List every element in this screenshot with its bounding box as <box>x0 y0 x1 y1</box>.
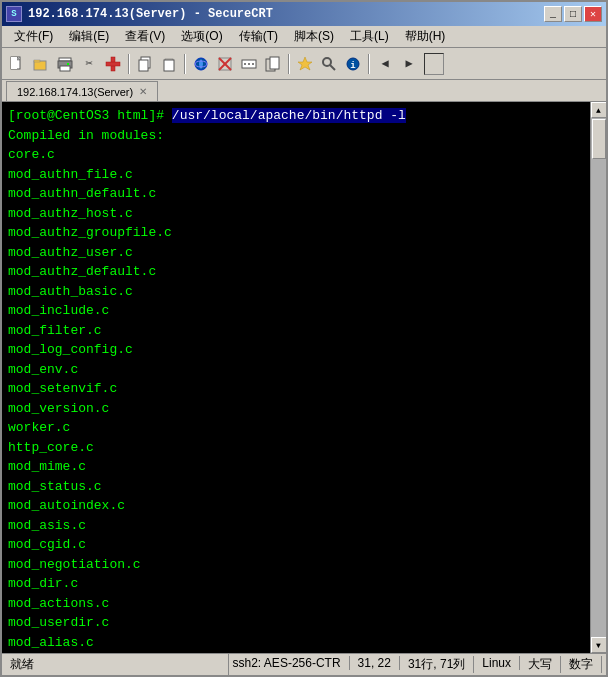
status-os: Linux <box>474 656 520 670</box>
svg-point-22 <box>248 63 250 65</box>
toolbar-open[interactable] <box>30 53 52 75</box>
tab-bar: 192.168.174.13(Server) ✕ <box>2 80 606 102</box>
svg-rect-7 <box>60 66 70 71</box>
svg-rect-2 <box>11 57 17 69</box>
status-ready: 就绪 <box>10 656 34 673</box>
module-cgid: mod_cgid.c <box>8 535 584 555</box>
module-authz-default: mod_authz_default.c <box>8 262 584 282</box>
menu-bar: 文件(F) 编辑(E) 查看(V) 选项(O) 传输(T) 脚本(S) 工具(L… <box>2 26 606 48</box>
toolbar-clone[interactable] <box>262 53 284 75</box>
scrollbar-thumb[interactable] <box>592 119 606 159</box>
toolbar: ✂ i ◀ <box>2 48 606 80</box>
title-bar-content: S 192.168.174.13(Server) - SecureCRT <box>6 6 273 22</box>
module-autoindex: mod_autoindex.c <box>8 496 584 516</box>
toolbar-serial[interactable] <box>238 53 260 75</box>
toolbar-sep1 <box>128 54 130 74</box>
main-window: S 192.168.174.13(Server) - SecureCRT _ □… <box>0 0 608 677</box>
toolbar-star[interactable] <box>294 53 316 75</box>
tab-server[interactable]: 192.168.174.13(Server) ✕ <box>6 81 158 101</box>
svg-rect-3 <box>34 61 46 70</box>
svg-marker-26 <box>298 57 312 70</box>
toolbar-new[interactable] <box>6 53 28 75</box>
window-controls: _ □ ✕ <box>544 6 602 22</box>
toolbar-find[interactable] <box>318 53 340 75</box>
scrollbar: ▲ ▼ <box>590 102 606 653</box>
terminal-prompt1: [root@CentOS3 html]# <box>8 108 172 123</box>
module-include: mod_include.c <box>8 301 584 321</box>
svg-rect-4 <box>34 60 40 62</box>
toolbar-copy[interactable] <box>134 53 156 75</box>
module-setenvif: mod_setenvif.c <box>8 379 584 399</box>
svg-rect-14 <box>164 60 174 71</box>
toolbar-info[interactable]: i <box>342 53 364 75</box>
minimize-button[interactable]: _ <box>544 6 562 22</box>
terminal-output-header: Compiled in modules: <box>8 126 584 146</box>
toolbar-reconnect[interactable] <box>214 53 236 75</box>
scrollbar-track <box>591 118 606 637</box>
status-encryption: ssh2: AES-256-CTR <box>229 656 350 670</box>
status-lines: 31行, 71列 <box>400 656 474 673</box>
window-title: 192.168.174.13(Server) - SecureCRT <box>28 7 273 21</box>
toolbar-disconnect[interactable] <box>102 53 124 75</box>
module-auth-basic: mod_auth_basic.c <box>8 282 584 302</box>
toolbar-sep3 <box>288 54 290 74</box>
module-worker: worker.c <box>8 418 584 438</box>
status-caps: 大写 <box>520 656 561 673</box>
menu-options[interactable]: 选项(O) <box>173 26 230 47</box>
svg-point-27 <box>323 58 331 66</box>
module-authz-user: mod_authz_user.c <box>8 243 584 263</box>
menu-view[interactable]: 查看(V) <box>117 26 173 47</box>
module-mime: mod_mime.c <box>8 457 584 477</box>
toolbar-sep4 <box>368 54 370 74</box>
menu-help[interactable]: 帮助(H) <box>397 26 454 47</box>
module-authz-groupfile: mod_authz_groupfile.c <box>8 223 584 243</box>
tab-close-icon[interactable]: ✕ <box>139 86 147 97</box>
module-filter: mod_filter.c <box>8 321 584 341</box>
module-env: mod_env.c <box>8 360 584 380</box>
terminal-command: /usr/local/apache/bin/httpd -l <box>172 108 406 123</box>
menu-transfer[interactable]: 传输(T) <box>231 26 286 47</box>
toolbar-connect[interactable] <box>190 53 212 75</box>
module-alias: mod_alias.c <box>8 633 584 653</box>
menu-edit[interactable]: 编辑(E) <box>61 26 117 47</box>
module-rewrite: mod_rewrite.c <box>8 652 584 653</box>
module-asis: mod_asis.c <box>8 516 584 536</box>
menu-file[interactable]: 文件(F) <box>6 26 61 47</box>
toolbar-print[interactable] <box>54 53 76 75</box>
svg-line-28 <box>330 65 335 70</box>
module-authn-file: mod_authn_file.c <box>8 165 584 185</box>
svg-point-23 <box>252 63 254 65</box>
terminal[interactable]: [root@CentOS3 html]# /usr/local/apache/b… <box>2 102 590 653</box>
close-button[interactable]: ✕ <box>584 6 602 22</box>
menu-tools[interactable]: 工具(L) <box>342 26 397 47</box>
module-authz-host: mod_authz_host.c <box>8 204 584 224</box>
scrollbar-up[interactable]: ▲ <box>591 102 607 118</box>
module-authn-default: mod_authn_default.c <box>8 184 584 204</box>
status-num: 数字 <box>561 656 602 673</box>
maximize-button[interactable]: □ <box>564 6 582 22</box>
module-userdir: mod_userdir.c <box>8 613 584 633</box>
toolbar-sep2 <box>184 54 186 74</box>
module-actions: mod_actions.c <box>8 594 584 614</box>
toolbar-cut[interactable]: ✂ <box>78 53 100 75</box>
svg-text:i: i <box>350 61 356 71</box>
module-negotiation: mod_negotiation.c <box>8 555 584 575</box>
module-http-core: http_core.c <box>8 438 584 458</box>
module-version: mod_version.c <box>8 399 584 419</box>
status-right-group: ssh2: AES-256-CTR 31, 22 31行, 71列 Linux … <box>229 656 602 673</box>
svg-rect-12 <box>139 60 148 71</box>
toolbar-back[interactable]: ◀ <box>374 53 396 75</box>
terminal-line-prompt: [root@CentOS3 html]# /usr/local/apache/b… <box>8 106 584 126</box>
title-bar: S 192.168.174.13(Server) - SecureCRT _ □… <box>2 2 606 26</box>
svg-rect-10 <box>106 62 120 66</box>
toolbar-dropdown[interactable] <box>424 53 444 75</box>
scrollbar-down[interactable]: ▼ <box>591 637 607 653</box>
terminal-wrapper: [root@CentOS3 html]# /usr/local/apache/b… <box>2 102 606 653</box>
toolbar-forward[interactable]: ▶ <box>398 53 420 75</box>
status-bar: 就绪 ssh2: AES-256-CTR 31, 22 31行, 71列 Lin… <box>2 653 606 675</box>
toolbar-paste[interactable] <box>158 53 180 75</box>
svg-point-21 <box>244 63 246 65</box>
menu-script[interactable]: 脚本(S) <box>286 26 342 47</box>
app-icon: S <box>6 6 22 22</box>
module-core-c: core.c <box>8 145 584 165</box>
